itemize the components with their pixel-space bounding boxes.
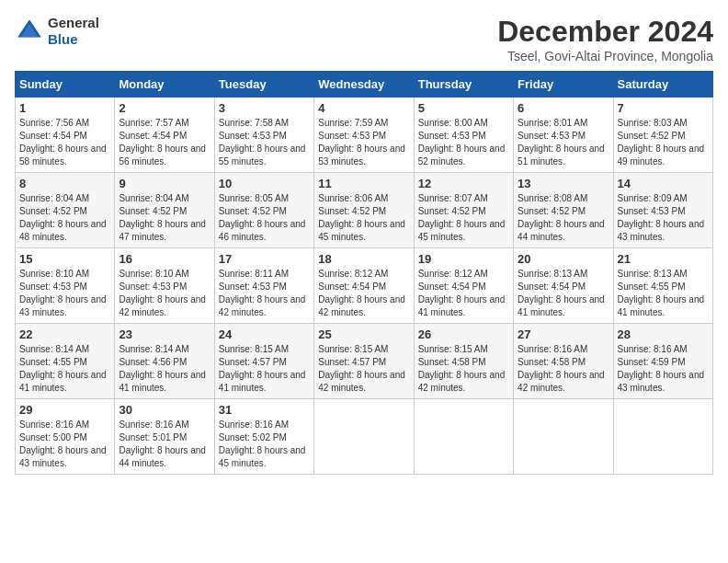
day-number: 19 (418, 252, 509, 266)
calendar-cell: 24Sunrise: 8:15 AMSunset: 4:57 PMDayligh… (214, 324, 313, 399)
day-detail: Sunrise: 8:14 AMSunset: 4:56 PMDaylight:… (119, 343, 210, 395)
day-number: 29 (19, 403, 110, 417)
day-number: 30 (119, 403, 210, 417)
header-day-thursday: Thursday (414, 72, 513, 98)
calendar-cell: 31Sunrise: 8:16 AMSunset: 5:02 PMDayligh… (214, 399, 313, 475)
day-detail: Sunrise: 8:01 AMSunset: 4:53 PMDaylight:… (518, 117, 609, 168)
calendar-cell: 6Sunrise: 8:01 AMSunset: 4:53 PMDaylight… (514, 98, 613, 173)
day-number: 16 (119, 252, 210, 266)
header-day-wednesday: Wednesday (314, 72, 414, 98)
day-number: 8 (19, 177, 110, 190)
calendar-cell: 11Sunrise: 8:06 AMSunset: 4:52 PMDayligh… (314, 173, 414, 248)
calendar-cell: 12Sunrise: 8:07 AMSunset: 4:52 PMDayligh… (414, 173, 513, 248)
calendar-cell: 30Sunrise: 8:16 AMSunset: 5:01 PMDayligh… (115, 399, 214, 475)
calendar-cell (514, 399, 613, 475)
day-detail: Sunrise: 8:14 AMSunset: 4:55 PMDaylight:… (19, 343, 110, 395)
day-detail: Sunrise: 8:07 AMSunset: 4:52 PMDaylight:… (418, 192, 509, 244)
day-detail: Sunrise: 8:15 AMSunset: 4:57 PMDaylight:… (318, 343, 409, 395)
calendar-cell: 17Sunrise: 8:11 AMSunset: 4:53 PMDayligh… (214, 248, 313, 324)
calendar-cell (414, 399, 513, 475)
subtitle: Tseel, Govi-Altai Province, Mongolia (497, 49, 713, 63)
calendar-cell: 25Sunrise: 8:15 AMSunset: 4:57 PMDayligh… (314, 324, 414, 399)
day-detail: Sunrise: 8:03 AMSunset: 4:52 PMDaylight:… (618, 117, 709, 168)
day-number: 20 (518, 252, 609, 266)
day-number: 17 (219, 252, 310, 266)
logo-line2: Blue (48, 31, 99, 48)
day-detail: Sunrise: 8:15 AMSunset: 4:58 PMDaylight:… (418, 343, 509, 395)
day-number: 10 (219, 177, 310, 190)
day-number: 13 (518, 177, 609, 190)
header: General Blue December 2024 Tseel, Govi-A… (15, 15, 713, 63)
day-detail: Sunrise: 8:13 AMSunset: 4:54 PMDaylight:… (518, 268, 609, 319)
day-detail: Sunrise: 8:00 AMSunset: 4:53 PMDaylight:… (418, 117, 509, 168)
day-number: 12 (418, 177, 509, 190)
day-detail: Sunrise: 8:04 AMSunset: 4:52 PMDaylight:… (119, 192, 210, 244)
day-detail: Sunrise: 8:16 AMSunset: 4:59 PMDaylight:… (618, 343, 709, 395)
day-number: 11 (318, 177, 409, 190)
day-detail: Sunrise: 8:06 AMSunset: 4:52 PMDaylight:… (318, 192, 409, 244)
calendar-header: SundayMondayTuesdayWednesdayThursdayFrid… (16, 72, 713, 98)
day-detail: Sunrise: 7:56 AMSunset: 4:54 PMDaylight:… (19, 117, 110, 168)
logo: General Blue (15, 15, 99, 48)
calendar-body: 1Sunrise: 7:56 AMSunset: 4:54 PMDaylight… (16, 98, 713, 475)
day-number: 9 (119, 177, 210, 190)
day-number: 23 (119, 327, 210, 341)
day-detail: Sunrise: 7:59 AMSunset: 4:53 PMDaylight:… (318, 117, 409, 168)
calendar-cell: 4Sunrise: 7:59 AMSunset: 4:53 PMDaylight… (314, 98, 414, 173)
day-number: 14 (618, 177, 709, 190)
day-detail: Sunrise: 7:58 AMSunset: 4:53 PMDaylight:… (219, 117, 310, 168)
day-number: 18 (318, 252, 409, 266)
calendar-cell: 2Sunrise: 7:57 AMSunset: 4:54 PMDaylight… (115, 98, 214, 173)
calendar-cell: 22Sunrise: 8:14 AMSunset: 4:55 PMDayligh… (16, 324, 115, 399)
day-number: 2 (119, 101, 210, 115)
day-detail: Sunrise: 8:16 AMSunset: 5:02 PMDaylight:… (219, 419, 310, 470)
calendar-cell: 18Sunrise: 8:12 AMSunset: 4:54 PMDayligh… (314, 248, 414, 324)
week-row-2: 8Sunrise: 8:04 AMSunset: 4:52 PMDaylight… (16, 173, 713, 248)
day-detail: Sunrise: 8:10 AMSunset: 4:53 PMDaylight:… (19, 268, 110, 319)
day-detail: Sunrise: 8:16 AMSunset: 4:58 PMDaylight:… (518, 343, 609, 395)
header-day-saturday: Saturday (613, 72, 712, 98)
header-day-sunday: Sunday (16, 72, 115, 98)
title-area: December 2024 Tseel, Govi-Altai Province… (497, 15, 713, 63)
day-detail: Sunrise: 8:12 AMSunset: 4:54 PMDaylight:… (318, 268, 409, 319)
calendar-cell: 5Sunrise: 8:00 AMSunset: 4:53 PMDaylight… (414, 98, 513, 173)
calendar-cell: 16Sunrise: 8:10 AMSunset: 4:53 PMDayligh… (115, 248, 214, 324)
day-detail: Sunrise: 8:09 AMSunset: 4:53 PMDaylight:… (618, 192, 709, 244)
calendar-cell: 20Sunrise: 8:13 AMSunset: 4:54 PMDayligh… (514, 248, 613, 324)
header-day-tuesday: Tuesday (214, 72, 313, 98)
calendar-cell: 23Sunrise: 8:14 AMSunset: 4:56 PMDayligh… (115, 324, 214, 399)
week-row-5: 29Sunrise: 8:16 AMSunset: 5:00 PMDayligh… (16, 399, 713, 475)
day-number: 25 (318, 327, 409, 341)
day-detail: Sunrise: 8:13 AMSunset: 4:55 PMDaylight:… (618, 268, 709, 319)
week-row-1: 1Sunrise: 7:56 AMSunset: 4:54 PMDaylight… (16, 98, 713, 173)
calendar-cell: 26Sunrise: 8:15 AMSunset: 4:58 PMDayligh… (414, 324, 513, 399)
calendar-cell: 7Sunrise: 8:03 AMSunset: 4:52 PMDaylight… (613, 98, 712, 173)
day-number: 26 (418, 327, 509, 341)
day-number: 1 (19, 101, 110, 115)
day-number: 31 (219, 403, 310, 417)
day-detail: Sunrise: 8:16 AMSunset: 5:00 PMDaylight:… (19, 419, 110, 470)
calendar-cell: 8Sunrise: 8:04 AMSunset: 4:52 PMDaylight… (16, 173, 115, 248)
day-detail: Sunrise: 8:12 AMSunset: 4:54 PMDaylight:… (418, 268, 509, 319)
calendar-cell: 15Sunrise: 8:10 AMSunset: 4:53 PMDayligh… (16, 248, 115, 324)
day-detail: Sunrise: 8:05 AMSunset: 4:52 PMDaylight:… (219, 192, 310, 244)
calendar-cell: 1Sunrise: 7:56 AMSunset: 4:54 PMDaylight… (16, 98, 115, 173)
calendar-cell: 10Sunrise: 8:05 AMSunset: 4:52 PMDayligh… (214, 173, 313, 248)
day-number: 4 (318, 101, 409, 115)
day-detail: Sunrise: 8:10 AMSunset: 4:53 PMDaylight:… (119, 268, 210, 319)
day-number: 21 (618, 252, 709, 266)
logo-line1: General (48, 15, 99, 31)
calendar-cell: 27Sunrise: 8:16 AMSunset: 4:58 PMDayligh… (514, 324, 613, 399)
calendar-table: SundayMondayTuesdayWednesdayThursdayFrid… (15, 71, 713, 475)
week-row-3: 15Sunrise: 8:10 AMSunset: 4:53 PMDayligh… (16, 248, 713, 324)
calendar-cell: 28Sunrise: 8:16 AMSunset: 4:59 PMDayligh… (613, 324, 712, 399)
header-day-monday: Monday (115, 72, 214, 98)
day-number: 3 (219, 101, 310, 115)
calendar-cell (613, 399, 712, 475)
header-row: SundayMondayTuesdayWednesdayThursdayFrid… (16, 72, 713, 98)
calendar-cell: 13Sunrise: 8:08 AMSunset: 4:52 PMDayligh… (514, 173, 613, 248)
day-number: 5 (418, 101, 509, 115)
day-number: 22 (19, 327, 110, 341)
calendar-cell: 21Sunrise: 8:13 AMSunset: 4:55 PMDayligh… (613, 248, 712, 324)
logo-text: General Blue (48, 15, 99, 48)
